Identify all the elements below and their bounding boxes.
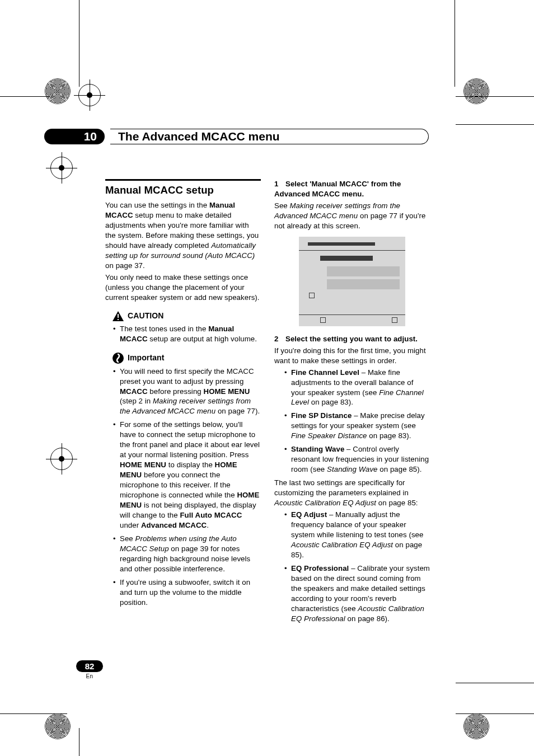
- crop-line: [0, 713, 67, 714]
- chapter-title: The Advanced MCACC menu: [118, 129, 280, 144]
- list-item: You will need to first specify the MCACC…: [113, 367, 261, 417]
- paragraph: The last two settings are specifically f…: [274, 478, 430, 508]
- paragraph: You only need to make these settings onc…: [105, 273, 261, 303]
- crop-line: [79, 0, 79, 87]
- list-item: Fine SP Distance – Make precise delay se…: [284, 411, 430, 441]
- list-item: If you're using a subwoofer, switch it o…: [113, 577, 261, 608]
- page-number: 82: [76, 660, 104, 672]
- section-heading: Manual MCACC setup: [105, 183, 261, 197]
- paragraph: If you're doing this for the first time,…: [274, 346, 430, 366]
- chapter-header: 10 The Advanced MCACC menu: [44, 129, 429, 144]
- caution-icon: [112, 311, 124, 322]
- paragraph: See Making receiver settings from the Ad…: [274, 201, 430, 231]
- print-reg-circle: [463, 78, 489, 104]
- paragraph: You can use the settings in the Manual M…: [105, 200, 261, 271]
- list-item: For some of the settings below, you'll h…: [113, 420, 261, 530]
- left-column: Manual MCACC setup You can use the setti…: [105, 179, 261, 611]
- important-heading: Important: [112, 352, 261, 364]
- print-reg-target: [50, 448, 73, 470]
- right-column: 1Select 'Manual MCACC' from the Advanced…: [274, 179, 430, 627]
- crop-line: [455, 0, 455, 87]
- info-icon: [112, 352, 124, 364]
- crop-line: [456, 96, 534, 97]
- menu-screenshot-placeholder: [299, 237, 405, 326]
- caution-heading: CAUTION: [112, 311, 261, 322]
- list-item: EQ Adjust – Manually adjust the frequenc…: [284, 510, 430, 560]
- step-heading: 1Select 'Manual MCACC' from the Advanced…: [274, 179, 430, 199]
- page-number-badge: 82 En: [67, 660, 112, 679]
- list-item: Standing Wave – Control overly resonant …: [284, 444, 430, 475]
- print-reg-circle: [45, 713, 71, 739]
- print-reg-circle: [45, 78, 71, 104]
- crop-line: [79, 728, 79, 756]
- crop-line: [0, 96, 50, 97]
- list-item: The test tones used in the Manual MCACC …: [113, 324, 261, 344]
- step-heading: 2Select the setting you want to adjust.: [274, 334, 430, 344]
- list-item: Fine Channel Level – Make fine adjustmen…: [284, 368, 430, 408]
- crop-line: [456, 124, 534, 125]
- print-reg-circle: [463, 713, 489, 739]
- list-item: EQ Professional – Calibrate your system …: [284, 564, 430, 624]
- print-reg-target: [78, 84, 101, 106]
- crop-line: [456, 713, 534, 714]
- svg-rect-1: [118, 314, 119, 318]
- svg-rect-2: [118, 319, 119, 320]
- list-item: See Problems when using the Auto MCACC S…: [113, 534, 261, 574]
- page-language: En: [67, 673, 112, 679]
- chapter-number: 10: [44, 129, 105, 144]
- print-reg-target: [50, 157, 73, 179]
- crop-line: [456, 683, 534, 683]
